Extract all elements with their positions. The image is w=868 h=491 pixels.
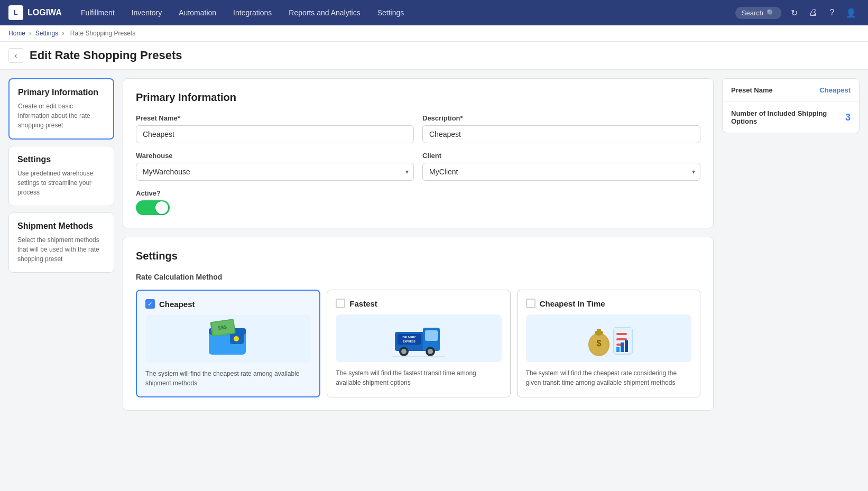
svg-rect-9	[425, 330, 438, 341]
rate-card-cheapest-label: Cheapest	[159, 300, 195, 309]
rate-card-cit-label: Cheapest In Time	[540, 299, 605, 308]
description-label: Description*	[422, 114, 700, 122]
sidebar-section-primary[interactable]: Primary Information Create or edit basic…	[8, 78, 114, 140]
center-content: Primary Information Preset Name* Descrip…	[123, 78, 714, 411]
rate-card-cheapest[interactable]: ✓ Cheapest $$$	[136, 290, 320, 397]
logo[interactable]: L LOGIWA	[8, 5, 62, 20]
sidebar-settings-desc: Use predefined warehouse settings to str…	[17, 169, 105, 197]
help-icon[interactable]: ?	[824, 4, 841, 21]
client-label: Client	[422, 152, 700, 160]
rate-calculation-cards: ✓ Cheapest $$$	[136, 290, 700, 397]
form-group-client: Client MyClient	[422, 152, 700, 181]
rate-card-fastest[interactable]: Fastest DELIVERY EXPRESS	[327, 290, 510, 397]
sidebar-primary-title: Primary Information	[18, 88, 105, 97]
rate-card-cheapest-image: $$$	[145, 315, 311, 363]
nav-automation[interactable]: Automation	[172, 5, 223, 20]
sidebar-settings-title: Settings	[17, 155, 105, 164]
svg-rect-29	[625, 340, 628, 352]
breadcrumb-current: Rate Shopping Presets	[70, 30, 135, 37]
client-select-wrapper: MyClient	[422, 163, 700, 181]
preset-name-input[interactable]	[136, 125, 414, 143]
search-icon: 🔍	[767, 9, 775, 17]
description-input[interactable]	[422, 125, 700, 143]
sidebar-primary-desc: Create or edit basic information about t…	[18, 101, 105, 130]
primary-information-card: Primary Information Preset Name* Descrip…	[123, 78, 714, 228]
rate-card-cheapest-desc: The system will find the cheapest rate a…	[145, 369, 311, 388]
nav-fulfillment[interactable]: Fulfillment	[75, 5, 121, 20]
svg-point-16	[428, 349, 433, 354]
summary-preset-value: Cheapest	[819, 86, 851, 94]
sidebar-shipment-title: Shipment Methods	[17, 221, 105, 231]
sidebar-section-shipment[interactable]: Shipment Methods Select the shipment met…	[8, 212, 114, 273]
breadcrumb: Home › Settings › Rate Shopping Presets	[0, 25, 868, 42]
nav-inventory[interactable]: Inventory	[125, 5, 169, 20]
form-group-preset-name: Preset Name*	[136, 114, 414, 143]
svg-rect-25	[616, 338, 627, 340]
rate-card-fastest-label: Fastest	[349, 299, 377, 308]
active-toggle-container	[136, 200, 700, 215]
summary-options-label: Number of Included Shipping Options	[731, 109, 845, 125]
search-bar[interactable]: Search 🔍	[735, 7, 781, 19]
rate-card-cheapest-header: ✓ Cheapest	[145, 299, 311, 309]
toggle-knob	[155, 201, 168, 214]
svg-rect-28	[621, 342, 624, 352]
svg-text:DELIVERY: DELIVERY	[403, 336, 416, 339]
primary-info-title: Primary Information	[136, 91, 700, 104]
navbar: L LOGIWA Fulfillment Inventory Automatio…	[0, 0, 868, 25]
active-label: Active?	[136, 189, 700, 197]
rate-card-cit-desc: The system will find the cheapest rate c…	[526, 368, 691, 387]
rate-card-cit-header: Cheapest In Time	[526, 299, 691, 308]
summary-preset-label: Preset Name	[731, 86, 773, 94]
warehouse-label: Warehouse	[136, 152, 414, 160]
svg-point-14	[401, 349, 407, 354]
nav-integrations[interactable]: Integrations	[227, 5, 278, 20]
svg-text:$: $	[597, 339, 602, 348]
rate-card-fastest-checkbox[interactable]	[336, 299, 345, 308]
print-icon[interactable]: 🖨	[805, 4, 821, 21]
rate-card-fastest-desc: The system will find the fastest transit…	[336, 368, 501, 387]
rate-card-fastest-image: DELIVERY EXPRESS	[336, 314, 501, 362]
preset-name-label: Preset Name*	[136, 114, 414, 122]
nav-icon-group: ↻ 🖨 ? 👤	[786, 4, 860, 21]
rate-card-cit-image: $	[526, 314, 691, 362]
form-group-warehouse: Warehouse MyWarehouse	[136, 152, 414, 181]
rate-card-cheapest-in-time[interactable]: Cheapest In Time $	[517, 290, 700, 397]
settings-card: Settings Rate Calculation Method ✓ Cheap…	[123, 237, 714, 411]
back-button[interactable]: ‹	[8, 48, 23, 63]
refresh-icon[interactable]: ↻	[786, 4, 802, 21]
client-select[interactable]: MyClient	[422, 163, 700, 181]
summary-options-value: 3	[845, 112, 851, 123]
nav-settings[interactable]: Settings	[371, 5, 411, 20]
rate-card-cheapest-checkbox[interactable]: ✓	[145, 299, 155, 309]
right-summary: Preset Name Cheapest Number of Included …	[722, 78, 860, 133]
wallet-svg: $$$	[205, 318, 252, 360]
page-header: ‹ Edit Rate Shopping Presets	[0, 42, 868, 70]
svg-point-3	[234, 336, 239, 341]
breadcrumb-settings[interactable]: Settings	[35, 30, 58, 37]
page-title: Edit Rate Shopping Presets	[30, 49, 182, 62]
truck-svg: DELIVERY EXPRESS	[392, 317, 445, 359]
form-group-active: Active?	[136, 189, 700, 215]
warehouse-select[interactable]: MyWarehouse	[136, 163, 414, 181]
time-svg: $	[582, 317, 635, 359]
form-row-warehouse-client: Warehouse MyWarehouse Client MyClient	[136, 152, 700, 181]
summary-preset-name-row: Preset Name Cheapest	[723, 79, 859, 102]
form-group-description: Description*	[422, 114, 700, 143]
nav-reports[interactable]: Reports and Analytics	[282, 5, 366, 20]
warehouse-select-wrapper: MyWarehouse	[136, 163, 414, 181]
user-icon[interactable]: 👤	[843, 4, 860, 21]
logo-text: LOGIWA	[27, 8, 62, 17]
rate-calc-label: Rate Calculation Method	[136, 273, 700, 281]
sidebar-section-settings[interactable]: Settings Use predefined warehouse settin…	[8, 146, 114, 206]
svg-rect-22	[597, 329, 601, 334]
svg-rect-27	[616, 347, 620, 352]
rate-card-cit-checkbox[interactable]	[526, 299, 535, 308]
rate-card-fastest-header: Fastest	[336, 299, 501, 308]
svg-text:EXPRESS: EXPRESS	[403, 340, 415, 343]
settings-title: Settings	[136, 250, 700, 262]
left-sidebar: Primary Information Create or edit basic…	[8, 78, 114, 273]
form-row-name-desc: Preset Name* Description*	[136, 114, 700, 143]
search-label: Search	[742, 9, 763, 17]
active-toggle[interactable]	[136, 200, 170, 215]
breadcrumb-home[interactable]: Home	[8, 30, 25, 37]
